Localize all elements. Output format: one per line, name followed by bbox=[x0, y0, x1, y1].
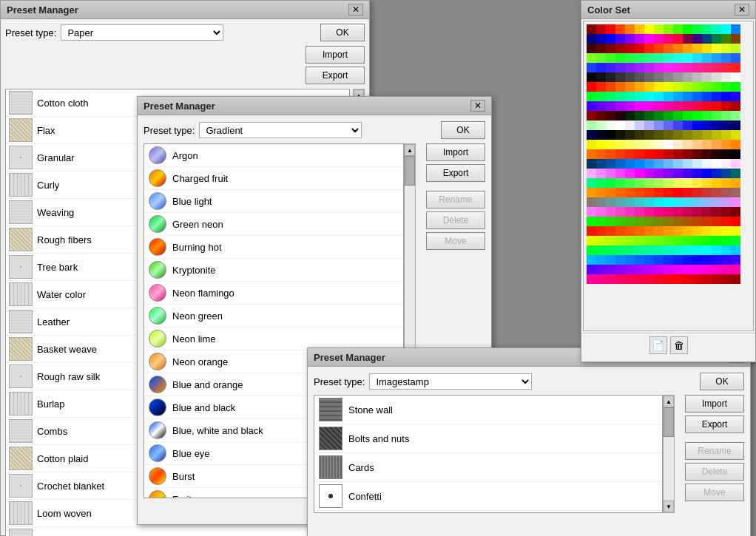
color-cell[interactable] bbox=[692, 217, 702, 226]
color-cell[interactable] bbox=[721, 245, 731, 255]
color-cell[interactable] bbox=[721, 265, 731, 274]
color-cell[interactable] bbox=[712, 169, 721, 178]
color-cell[interactable] bbox=[644, 53, 654, 63]
color-cell[interactable] bbox=[664, 217, 673, 226]
color-cell[interactable] bbox=[644, 159, 654, 169]
color-cell[interactable] bbox=[596, 217, 606, 226]
color-cell[interactable] bbox=[712, 130, 721, 140]
color-cell[interactable] bbox=[596, 226, 606, 236]
color-cell[interactable] bbox=[596, 44, 606, 53]
color-cell[interactable] bbox=[606, 101, 615, 111]
color-cell[interactable] bbox=[606, 92, 615, 101]
color-cell[interactable] bbox=[664, 44, 673, 53]
color-cell[interactable] bbox=[596, 197, 606, 207]
color-cell[interactable] bbox=[712, 226, 721, 236]
color-cell[interactable] bbox=[654, 140, 664, 149]
color-cell[interactable] bbox=[606, 159, 615, 169]
color-cell[interactable] bbox=[654, 188, 664, 197]
color-cell[interactable] bbox=[702, 255, 712, 265]
color-cell[interactable] bbox=[731, 265, 740, 274]
color-cell[interactable] bbox=[702, 140, 712, 149]
color-cell[interactable] bbox=[625, 188, 635, 197]
color-cell[interactable] bbox=[721, 34, 731, 44]
gradient-list-item[interactable]: Neon green bbox=[144, 305, 403, 328]
color-cell[interactable] bbox=[625, 92, 635, 101]
imagestamp-delete-button[interactable]: Delete bbox=[685, 463, 744, 481]
color-cell[interactable] bbox=[721, 130, 731, 140]
color-cell[interactable] bbox=[625, 178, 635, 188]
color-cell[interactable] bbox=[712, 34, 721, 44]
color-cell[interactable] bbox=[635, 130, 644, 140]
color-cell[interactable] bbox=[721, 236, 731, 245]
color-cell[interactable] bbox=[692, 130, 702, 140]
color-cell[interactable] bbox=[731, 72, 740, 82]
color-cell[interactable] bbox=[606, 63, 615, 72]
color-cell[interactable] bbox=[625, 24, 635, 34]
color-cell[interactable] bbox=[673, 169, 683, 178]
color-cell[interactable] bbox=[625, 34, 635, 44]
color-cell[interactable] bbox=[712, 178, 721, 188]
color-cell[interactable] bbox=[683, 217, 692, 226]
color-cell[interactable] bbox=[606, 34, 615, 44]
color-cell[interactable] bbox=[664, 197, 673, 207]
color-cell[interactable] bbox=[635, 217, 644, 226]
color-cell[interactable] bbox=[596, 169, 606, 178]
color-cell[interactable] bbox=[615, 24, 625, 34]
color-cell[interactable] bbox=[702, 82, 712, 92]
color-cell[interactable] bbox=[664, 63, 673, 72]
imagestamp-list-item[interactable]: Cards bbox=[314, 453, 662, 482]
color-cell[interactable] bbox=[683, 140, 692, 149]
color-cell[interactable] bbox=[673, 34, 683, 44]
color-cell[interactable] bbox=[654, 178, 664, 188]
color-cell[interactable] bbox=[625, 265, 635, 274]
color-cell[interactable] bbox=[731, 24, 740, 34]
color-cell[interactable] bbox=[615, 226, 625, 236]
color-cell[interactable] bbox=[654, 265, 664, 274]
color-cell[interactable] bbox=[664, 82, 673, 92]
color-cell[interactable] bbox=[712, 72, 721, 82]
color-cell[interactable] bbox=[664, 24, 673, 34]
color-cell[interactable] bbox=[664, 265, 673, 274]
color-cell[interactable] bbox=[712, 207, 721, 217]
color-cell[interactable] bbox=[606, 265, 615, 274]
color-cell[interactable] bbox=[702, 121, 712, 130]
color-cell[interactable] bbox=[606, 217, 615, 226]
color-cell[interactable] bbox=[635, 188, 644, 197]
color-cell[interactable] bbox=[596, 188, 606, 197]
color-cell[interactable] bbox=[587, 72, 596, 82]
color-cell[interactable] bbox=[731, 111, 740, 121]
color-cell[interactable] bbox=[587, 226, 596, 236]
color-cell[interactable] bbox=[635, 236, 644, 245]
color-cell[interactable] bbox=[683, 82, 692, 92]
color-cell[interactable] bbox=[587, 121, 596, 130]
color-cell[interactable] bbox=[654, 226, 664, 236]
color-cell[interactable] bbox=[664, 236, 673, 245]
color-cell[interactable] bbox=[692, 72, 702, 82]
color-cell[interactable] bbox=[731, 274, 740, 284]
gradient-list-item[interactable]: Neon flamingo bbox=[144, 282, 403, 305]
color-cell[interactable] bbox=[731, 34, 740, 44]
color-cell[interactable] bbox=[635, 178, 644, 188]
color-cell[interactable] bbox=[596, 159, 606, 169]
color-cell[interactable] bbox=[635, 121, 644, 130]
color-cell[interactable] bbox=[654, 92, 664, 101]
color-cell[interactable] bbox=[702, 159, 712, 169]
color-cell[interactable] bbox=[673, 111, 683, 121]
color-cell[interactable] bbox=[625, 63, 635, 72]
color-cell[interactable] bbox=[673, 265, 683, 274]
imagestamp-ok-button[interactable]: OK bbox=[700, 373, 744, 390]
color-cell[interactable] bbox=[587, 24, 596, 34]
color-cell[interactable] bbox=[606, 140, 615, 149]
color-cell[interactable] bbox=[635, 159, 644, 169]
color-cell[interactable] bbox=[635, 274, 644, 284]
color-cell[interactable] bbox=[635, 255, 644, 265]
color-cell[interactable] bbox=[683, 178, 692, 188]
color-cell[interactable] bbox=[721, 197, 731, 207]
color-cell[interactable] bbox=[587, 207, 596, 217]
color-cell[interactable] bbox=[644, 169, 654, 178]
color-cell[interactable] bbox=[625, 101, 635, 111]
color-cell[interactable] bbox=[673, 140, 683, 149]
color-cell[interactable] bbox=[702, 265, 712, 274]
color-cell[interactable] bbox=[731, 255, 740, 265]
color-cell[interactable] bbox=[596, 130, 606, 140]
